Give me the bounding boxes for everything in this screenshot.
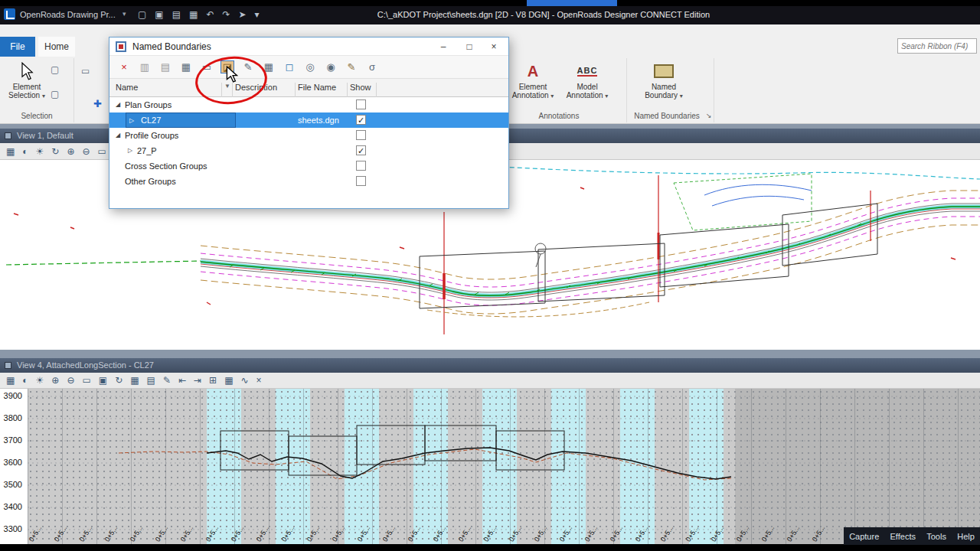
search-ribbon-input[interactable]	[897, 38, 977, 54]
paste-icon[interactable]: ▤	[158, 61, 172, 73]
previous-station-icon[interactable]: ⇤	[178, 375, 186, 386]
fit-boundary-icon[interactable]: ◻	[283, 61, 296, 73]
add-fence-icon[interactable]: ✚	[93, 98, 102, 109]
brightness-icon[interactable]: ☀	[36, 146, 44, 157]
window-area-icon[interactable]: ▭	[98, 146, 106, 157]
update-view-icon[interactable]: ↻	[51, 146, 59, 157]
open-icon[interactable]: ▢	[138, 9, 146, 20]
edit-boundary-icon[interactable]: ✎	[241, 61, 255, 73]
table-header[interactable]: Name ▼ Description File Name Show	[109, 79, 508, 97]
profile-view-canvas[interactable]: 3900380037003600350034003300	[0, 389, 980, 551]
brush-icon[interactable]: ✎	[345, 61, 358, 73]
layout-icon[interactable]: ▦	[130, 375, 139, 386]
annotate-icon[interactable]: ✎	[163, 375, 171, 386]
tree-row-cl27[interactable]: ▷ CL27 sheets.dgn ✓	[109, 112, 508, 128]
expander-icon[interactable]: ◢	[116, 132, 120, 139]
expander-icon[interactable]: ◢	[116, 101, 120, 108]
fit-view-icon[interactable]: ▣	[99, 375, 107, 386]
column-header-description[interactable]: Description	[235, 83, 277, 92]
zoom-out-icon[interactable]: ⊖	[67, 375, 74, 386]
measure-icon[interactable]: ▭	[200, 61, 214, 73]
tree-row-other-groups[interactable]: Other Groups	[109, 174, 508, 189]
grid-icon[interactable]: ▦	[262, 61, 276, 73]
place-table-icon[interactable]: ▦	[224, 375, 233, 386]
window-titlebar: OpenRoads Drawing Pr... ▾ ▢▣▤▦↶↷➤▾ C:\_a…	[0, 6, 980, 24]
top-black-strip	[0, 0, 980, 6]
dialog-launcher-icon[interactable]: ↘	[706, 112, 712, 119]
show-checkbox[interactable]	[356, 99, 366, 109]
filter-funnel-icon[interactable]: ▼	[224, 83, 230, 90]
show-checkbox[interactable]: ✓	[356, 115, 366, 125]
view-attributes-icon[interactable]: ▦	[6, 146, 15, 157]
target-icon[interactable]: ◎	[303, 61, 317, 73]
named-boundaries-dialog: Named Boundaries – □ × ×▥▤▦▭◪✎▦◻◎◉✎σ Nam…	[109, 37, 509, 209]
workflow-selector[interactable]: OpenRoads Drawing Pr...	[20, 10, 116, 19]
window-area-icon[interactable]: ▭	[82, 375, 90, 386]
tab-file[interactable]: File	[0, 37, 35, 57]
brightness-icon[interactable]: ☀	[36, 375, 44, 386]
copy-icon[interactable]: ▥	[138, 61, 152, 73]
tree-row-plan-groups[interactable]: ◢ Plan Groups	[109, 97, 508, 112]
selection-method-icon[interactable]: ▢	[51, 89, 59, 99]
expander-icon[interactable]: ▷	[129, 117, 134, 124]
remove-profile-icon[interactable]: ×	[256, 375, 262, 386]
selection-mode-icon[interactable]: ▢	[51, 64, 59, 75]
more-tools-icon[interactable]: ▾	[255, 9, 260, 20]
element-selection-pointer-icon[interactable]: ➤	[239, 9, 247, 20]
tree-row-27p[interactable]: ▷ 27_P ✓	[109, 143, 508, 158]
recorder-menu-item[interactable]: Capture	[849, 532, 879, 541]
fence-tools-icon[interactable]: ▭	[81, 66, 90, 77]
tree-row-profile-groups[interactable]: ◢ Profile Groups	[109, 128, 508, 143]
column-header-name[interactable]: Name	[116, 83, 138, 92]
check-icon: ✓	[357, 116, 365, 125]
close-button[interactable]: ×	[482, 37, 505, 56]
place-named-boundary-icon[interactable]: ◪	[220, 60, 234, 73]
show-checkbox[interactable]: ✓	[356, 145, 366, 155]
show-checkbox[interactable]	[356, 161, 366, 171]
model-annotation-icon: ABC	[577, 66, 598, 77]
minimize-button[interactable]: –	[432, 37, 455, 56]
profile-curve-icon[interactable]: ∿	[241, 375, 249, 386]
tree-row-cross-section-groups[interactable]: Cross Section Groups	[109, 158, 508, 174]
dialog-titlebar[interactable]: Named Boundaries – □ ×	[109, 37, 508, 56]
redo-icon[interactable]: ↷	[222, 9, 230, 20]
selected-name-cell: ▷ CL27	[126, 112, 236, 128]
undo-icon[interactable]: ↶	[206, 9, 214, 20]
named-boundary-button[interactable]: Named Boundary ▾	[637, 60, 691, 100]
named-boundary-icon	[654, 64, 674, 78]
recorder-menu-item[interactable]: Tools	[926, 532, 946, 541]
show-checkbox[interactable]	[356, 130, 366, 140]
element-selection-button[interactable]: Element Selection ▾	[6, 60, 47, 100]
chevron-down-icon[interactable]: ▾	[122, 10, 126, 18]
next-station-icon[interactable]: ⇥	[194, 375, 201, 386]
delete-icon[interactable]: ×	[117, 61, 131, 73]
save-icon[interactable]: ▣	[155, 9, 163, 20]
zoom-out-icon[interactable]: ⊖	[82, 146, 90, 157]
print-icon[interactable]: ▦	[189, 9, 198, 20]
display-style-icon[interactable]: ◐	[22, 146, 28, 157]
zoom-in-icon[interactable]: ⊕	[67, 146, 74, 157]
zoom-in-icon[interactable]: ⊕	[51, 375, 59, 386]
sigma-icon[interactable]: σ	[365, 61, 379, 73]
sheet-grid-icon[interactable]: ▤	[147, 375, 155, 386]
recorder-menu-item[interactable]: Effects	[890, 532, 916, 541]
element-annotation-button[interactable]: A Element Annotation ▾	[510, 60, 556, 100]
expander-icon[interactable]: ▷	[128, 147, 132, 154]
print-icon[interactable]: ▦	[179, 61, 193, 73]
save-settings-icon[interactable]: ▤	[172, 9, 181, 20]
link-icon[interactable]: ◉	[324, 61, 338, 73]
recorder-menu-item[interactable]: Help	[957, 532, 975, 541]
open-profile-model-icon[interactable]: ⊞	[209, 375, 217, 386]
view4-toolbar: ▦◐☀⊕⊖▭▣↻▦▤✎⇤⇥⊞▦∿×	[0, 373, 980, 389]
update-view-icon[interactable]: ↻	[115, 375, 122, 386]
group-label-selection: Selection	[0, 112, 74, 120]
tab-home[interactable]: Home	[38, 37, 75, 57]
view-attributes-icon[interactable]: ▦	[6, 375, 15, 386]
column-header-show[interactable]: Show	[350, 83, 371, 92]
column-header-filename[interactable]: File Name	[298, 83, 336, 92]
model-annotation-button[interactable]: ABC Model Annotation ▾	[562, 60, 612, 100]
display-style-icon[interactable]: ◐	[22, 375, 28, 386]
view4-titlebar[interactable]: View 4, AttachedLongSection - CL27	[0, 358, 980, 373]
maximize-button[interactable]: □	[458, 37, 481, 56]
show-checkbox[interactable]	[356, 176, 366, 186]
